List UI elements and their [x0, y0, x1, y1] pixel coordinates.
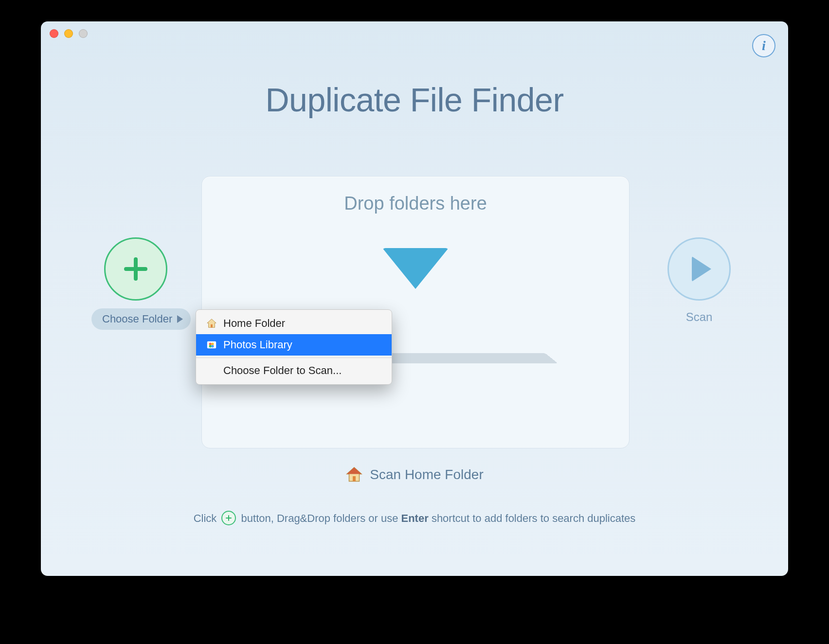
scan-home-folder-label: Scan Home Folder	[370, 467, 483, 483]
plus-icon	[120, 253, 151, 285]
plus-icon	[221, 511, 236, 525]
play-icon	[692, 256, 711, 282]
hint-part: Click	[194, 512, 220, 524]
app-title: Duplicate File Finder	[41, 81, 788, 119]
svg-rect-10	[353, 476, 356, 482]
photos-icon	[206, 339, 217, 351]
zoom-window-button[interactable]	[79, 29, 88, 38]
menu-separator	[196, 358, 392, 358]
home-icon	[345, 466, 363, 483]
menu-item-label: Photos Library	[223, 339, 292, 351]
minimize-window-button[interactable]	[64, 29, 73, 38]
choose-folder-menu: Home Folder Photos Library Choose Folder…	[196, 309, 392, 385]
hint-part: button, Drag&Drop folders or use	[241, 512, 401, 524]
svg-point-8	[211, 345, 214, 348]
chevron-right-icon	[177, 315, 183, 323]
scan-button[interactable]	[667, 237, 731, 301]
hint-part: shortcut to add folders to search duplic…	[432, 512, 635, 524]
menu-item-photos-library[interactable]: Photos Library	[196, 334, 392, 356]
info-icon: i	[762, 39, 766, 53]
close-window-button[interactable]	[50, 29, 58, 38]
app-window: i Duplicate File Finder Drop folders her…	[41, 21, 788, 576]
home-icon	[206, 318, 217, 329]
scan-home-folder-button[interactable]: Scan Home Folder	[41, 466, 788, 483]
svg-rect-1	[124, 267, 147, 271]
menu-item-home-folder[interactable]: Home Folder	[196, 313, 392, 334]
menu-item-choose-folder[interactable]: Choose Folder to Scan...	[196, 360, 392, 381]
hint-text: Click button, Drag&Drop folders or use E…	[41, 512, 788, 526]
svg-rect-3	[211, 324, 213, 327]
info-button[interactable]: i	[752, 34, 775, 57]
scan-button-label: Scan	[667, 310, 731, 324]
drop-zone-title: Drop folders here	[202, 193, 629, 214]
menu-item-label: Choose Folder to Scan...	[223, 364, 342, 377]
svg-rect-13	[226, 518, 232, 519]
menu-item-label: Home Folder	[223, 317, 285, 330]
down-arrow-icon	[382, 248, 449, 289]
hint-shortcut: Enter	[401, 512, 429, 524]
svg-marker-11	[347, 467, 361, 474]
window-controls	[50, 29, 88, 38]
choose-folder-dropdown[interactable]: Choose Folder	[91, 308, 191, 330]
choose-folder-label: Choose Folder	[102, 313, 172, 325]
add-folder-button[interactable]	[104, 237, 167, 301]
